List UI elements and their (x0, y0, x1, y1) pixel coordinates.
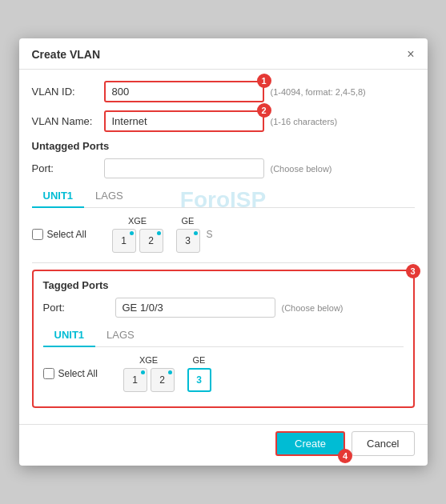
vlan-name-hint: (1-16 characters) (271, 117, 338, 126)
tagged-xge-port-2-dot (168, 370, 172, 374)
create-button-wrapper: Create 4 (275, 431, 345, 456)
untagged-ge-port-3-dot (194, 231, 198, 235)
tagged-ge-buttons: 3 (187, 368, 211, 392)
tagged-xge-buttons: 1 2 (123, 368, 175, 392)
untagged-select-all-label: Select All (47, 229, 86, 240)
tab-lags-untagged[interactable]: LAGS (84, 185, 135, 208)
untagged-select-all-area: Select All (32, 229, 112, 240)
untagged-s-label: S (207, 229, 213, 240)
create-vlan-dialog: Create VLAN × VLAN ID: 1 (1-4094, format… (19, 38, 428, 466)
untagged-ge-port-3[interactable]: 3 (176, 229, 200, 253)
untagged-port-row: Port: (Choose below) (32, 158, 415, 178)
untagged-xge-group: XGE 1 2 (112, 216, 163, 253)
untagged-ports-title: Untagged Ports (32, 140, 415, 152)
tab-unit1-untagged[interactable]: UNIT1 (32, 185, 85, 208)
tagged-port-row: Port: (Choose below) (43, 298, 404, 318)
tagged-xge-group: XGE 1 2 (123, 355, 175, 392)
create-button[interactable]: Create (275, 431, 345, 456)
vlan-name-input[interactable] (104, 110, 264, 132)
tagged-ge-group: GE 3 (187, 355, 211, 392)
untagged-ge-buttons: 3 (176, 229, 200, 253)
untagged-xge-port-2[interactable]: 2 (139, 229, 163, 253)
tagged-select-all-area: Select All (43, 368, 123, 379)
untagged-ge-label: GE (182, 216, 195, 226)
untagged-port-hint: (Choose below) (271, 164, 332, 174)
untagged-xge-port-2-dot (157, 231, 161, 235)
tagged-xge-label: XGE (139, 355, 158, 365)
vlan-id-label: VLAN ID: (32, 86, 104, 98)
tagged-ports-grid: Select All XGE 1 2 (43, 347, 404, 398)
dialog-footer: Create 4 Cancel (19, 424, 428, 466)
badge-1: 1 (257, 74, 271, 88)
tagged-select-all-label: Select All (58, 368, 98, 379)
untagged-xge-port-1-dot (130, 231, 134, 235)
dialog-header: Create VLAN × (19, 38, 428, 70)
untagged-port-input[interactable] (104, 158, 264, 178)
tagged-xge-port-1-dot (141, 370, 145, 374)
untagged-port-columns: XGE 1 2 (112, 216, 203, 253)
untagged-xge-buttons: 1 2 (112, 229, 163, 253)
vlan-id-input-wrapper: 1 (104, 81, 264, 102)
tagged-port-label: Port: (43, 302, 115, 314)
close-button[interactable]: × (407, 48, 414, 61)
untagged-select-all-checkbox[interactable] (32, 229, 43, 240)
dialog-body: VLAN ID: 1 (1-4094, format: 2,4-5,8) VLA… (19, 70, 428, 424)
dialog-title: Create VLAN (32, 48, 101, 61)
untagged-xge-port-1[interactable]: 1 (112, 229, 136, 253)
cancel-button[interactable]: Cancel (352, 431, 414, 456)
vlan-id-row: VLAN ID: 1 (1-4094, format: 2,4-5,8) (32, 81, 415, 102)
badge-4: 4 (338, 449, 352, 463)
tab-lags-tagged[interactable]: LAGS (95, 324, 146, 347)
vlan-name-label: VLAN Name: (32, 115, 104, 127)
tagged-port-hint: (Choose below) (282, 303, 344, 313)
tagged-tabs: UNIT1 LAGS (43, 324, 404, 347)
untagged-xge-label: XGE (128, 216, 147, 226)
tagged-port-input[interactable] (115, 298, 275, 318)
tagged-select-all-checkbox[interactable] (43, 368, 54, 379)
badge-3: 3 (406, 264, 420, 278)
untagged-ports-grid: Select All XGE 1 2 (32, 208, 415, 259)
vlan-id-hint: (1-4094, format: 2,4-5,8) (271, 87, 366, 97)
tab-unit1-tagged[interactable]: UNIT1 (43, 324, 96, 347)
untagged-ge-group: GE 3 (176, 216, 200, 253)
untagged-ports-section: Untagged Ports Port: (Choose below) UNIT… (32, 140, 415, 259)
untagged-port-label: Port: (32, 162, 104, 174)
tagged-port-columns: XGE 1 2 (123, 355, 215, 392)
tagged-ge-port-3[interactable]: 3 (187, 368, 211, 392)
tagged-ports-title: Tagged Ports (43, 279, 404, 291)
tagged-xge-port-2[interactable]: 2 (151, 368, 175, 392)
tagged-ports-section: 3 Tagged Ports Port: (Choose below) UNIT… (32, 270, 415, 408)
vlan-name-input-wrapper: 2 (104, 110, 264, 132)
vlan-name-row: VLAN Name: 2 (1-16 characters) (32, 110, 415, 132)
vlan-id-input[interactable] (104, 81, 264, 102)
untagged-tabs: UNIT1 LAGS (32, 185, 415, 208)
badge-2: 2 (257, 103, 271, 118)
tagged-xge-port-1[interactable]: 1 (123, 368, 147, 392)
tagged-ge-label: GE (193, 355, 206, 365)
